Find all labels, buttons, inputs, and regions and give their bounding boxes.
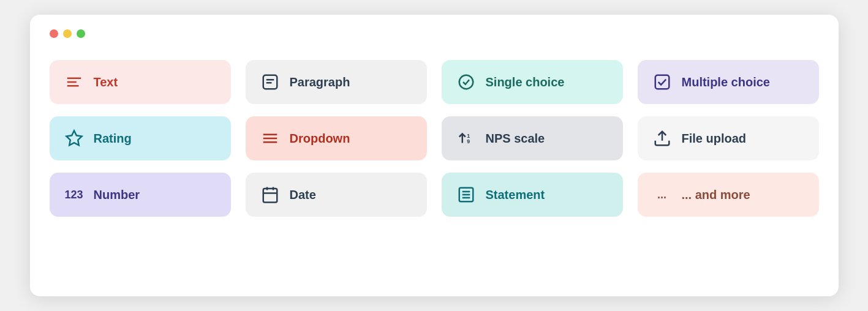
tile-grid: TextParagraphSingle choiceMultiple choic… [50,60,819,217]
tile-dropdown-label: Dropdown [290,132,350,146]
browser-chrome [50,29,819,38]
tile-text[interactable]: Text [50,60,231,104]
svg-point-6 [459,75,473,89]
svg-marker-8 [66,131,81,146]
tile-dropdown[interactable]: Dropdown [246,116,427,160]
tile-rating-label: Rating [94,132,132,146]
tile-date[interactable]: Date [246,173,427,217]
tile-statement[interactable]: Statement [442,173,623,217]
svg-rect-16 [263,189,277,203]
calendar-icon [259,184,281,206]
svg-rect-7 [655,75,669,89]
tile-rating[interactable]: Rating [50,116,231,160]
tile-single-choice-label: Single choice [486,75,565,89]
tile-multiple-choice-label: Multiple choice [682,75,770,89]
tile-single-choice[interactable]: Single choice [442,60,623,104]
star-icon [63,127,85,149]
dot-red [50,29,58,38]
upload-icon [651,127,673,149]
tile-number[interactable]: 123Number [50,173,231,217]
tile-paragraph-label: Paragraph [290,75,350,89]
tile-file-upload[interactable]: File upload [638,116,819,160]
sort-numeric-icon: 1 9 [455,127,477,149]
tile-and-more-label: ... and more [682,188,750,202]
text-lines-icon [63,71,85,93]
tile-file-upload-label: File upload [682,132,747,146]
tile-date-label: Date [290,188,316,202]
dropdown-lines-icon [259,127,281,149]
tile-number-label: Number [94,188,140,202]
square-check-icon [651,71,673,93]
svg-text:9: 9 [467,138,470,144]
text-align-icon [455,184,477,206]
paragraph-icon [259,71,281,93]
tile-statement-label: Statement [486,188,545,202]
dot-yellow [63,29,72,38]
tile-nps-scale-label: NPS scale [486,132,545,146]
tile-text-label: Text [94,75,118,89]
tile-nps-scale[interactable]: 1 9 NPS scale [442,116,623,160]
tile-paragraph[interactable]: Paragraph [246,60,427,104]
browser-window: TextParagraphSingle choiceMultiple choic… [30,15,839,296]
dots-icon: ... [651,184,673,206]
tile-multiple-choice[interactable]: Multiple choice [638,60,819,104]
tile-and-more[interactable]: ...... and more [638,173,819,217]
circle-check-icon [455,71,477,93]
dot-green [77,29,85,38]
123-icon: 123 [63,184,85,206]
